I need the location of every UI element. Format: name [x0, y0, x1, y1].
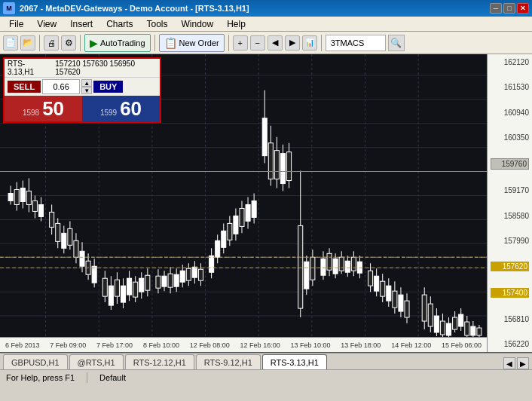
- svg-rect-124: [351, 257, 356, 271]
- svg-rect-160: [477, 328, 482, 335]
- svg-rect-100: [268, 143, 273, 179]
- close-button[interactable]: ✕: [517, 3, 529, 14]
- new-order-button[interactable]: 📋 New Order: [159, 34, 225, 52]
- chart-type-button[interactable]: 📊: [302, 35, 317, 51]
- toolbar-separator-1: [39, 35, 40, 51]
- menu-insert[interactable]: Insert: [64, 17, 99, 31]
- time-label-7: 13 Feb 18:00: [341, 341, 381, 349]
- svg-rect-38: [62, 233, 66, 248]
- time-label-9: 15 Feb 06:00: [442, 341, 482, 349]
- print-button[interactable]: 🖨: [44, 35, 59, 51]
- title-text: 2067 - MetaDEV-Gateways - Demo Account -…: [20, 4, 249, 13]
- axis-label-10: 156810: [491, 315, 529, 323]
- zoom-out-button[interactable]: −: [250, 35, 265, 51]
- svg-rect-44: [80, 251, 84, 266]
- svg-rect-118: [333, 259, 338, 274]
- axis-label-9: 157400: [491, 288, 529, 298]
- autotrading-button[interactable]: ▶ AutoTrading: [84, 34, 151, 52]
- svg-rect-136: [393, 291, 397, 308]
- tab-rts-h1[interactable]: @RTS,H1: [69, 354, 124, 369]
- tab-scroll-left-button[interactable]: ◀: [503, 357, 515, 369]
- time-label-6: 13 Feb 10:00: [290, 341, 330, 349]
- profile-text: Default: [99, 373, 126, 382]
- svg-rect-30: [32, 200, 37, 211]
- lot-up-button[interactable]: ▲: [81, 79, 92, 87]
- svg-rect-78: [192, 267, 197, 277]
- svg-rect-144: [428, 304, 433, 326]
- scroll-left-button[interactable]: ◀: [268, 35, 283, 51]
- properties-button[interactable]: ⚙: [61, 35, 76, 51]
- status-bar: For Help, press F1 Default: [0, 369, 532, 384]
- svg-rect-152: [453, 317, 457, 329]
- svg-rect-70: [168, 274, 173, 287]
- svg-rect-56: [121, 286, 125, 302]
- widget-header: RTS-3.13,H1 157210 157630 156950 157620: [5, 59, 160, 78]
- toolbar-separator-2: [80, 35, 81, 51]
- svg-rect-96: [252, 200, 256, 217]
- svg-rect-86: [222, 231, 226, 247]
- expert-name-value: 3TMACS: [331, 38, 365, 47]
- svg-rect-148: [440, 321, 445, 335]
- tab-rts-9-12-h1[interactable]: RTS-9.12,H1: [196, 354, 261, 369]
- sell-price-label: 1598: [23, 109, 39, 117]
- svg-rect-104: [280, 154, 285, 184]
- tab-scroll-right-button[interactable]: ▶: [517, 357, 529, 369]
- axis-label-2: 160940: [491, 109, 529, 117]
- buy-price-display[interactable]: 1599 60: [82, 96, 160, 121]
- svg-rect-150: [447, 323, 451, 335]
- svg-rect-110: [304, 262, 309, 289]
- axis-label-11: 156220: [491, 340, 529, 348]
- maximize-button[interactable]: □: [503, 3, 515, 14]
- svg-rect-76: [186, 268, 191, 280]
- svg-rect-98: [262, 118, 267, 156]
- svg-rect-58: [127, 278, 132, 295]
- svg-rect-142: [422, 295, 427, 321]
- time-label-3: 8 Feb 10:00: [143, 341, 179, 349]
- tab-gbpusd-h1[interactable]: GBPUSD,H1: [3, 354, 68, 369]
- price-display: 1598 50 1599 60: [5, 96, 160, 121]
- lot-stepper: ▲ ▼: [81, 79, 92, 94]
- new-order-icon: 📋: [164, 37, 177, 49]
- svg-rect-62: [139, 278, 144, 292]
- svg-rect-40: [68, 228, 72, 245]
- title-bar: M 2067 - MetaDEV-Gateways - Demo Account…: [0, 0, 532, 17]
- tab-navigation: ◀ ▶: [503, 357, 529, 369]
- zoom-in-button[interactable]: +: [233, 35, 248, 51]
- menu-tools[interactable]: Tools: [141, 17, 174, 31]
- menu-view[interactable]: View: [31, 17, 63, 31]
- svg-rect-90: [234, 216, 238, 234]
- menu-window[interactable]: Window: [176, 17, 220, 31]
- svg-rect-72: [174, 274, 179, 286]
- menu-charts[interactable]: Charts: [100, 17, 139, 31]
- svg-rect-74: [180, 271, 185, 282]
- svg-rect-88: [228, 223, 232, 240]
- lot-input[interactable]: [42, 79, 80, 94]
- open-button[interactable]: 📂: [20, 35, 35, 51]
- buy-button[interactable]: BUY: [93, 81, 123, 93]
- svg-rect-50: [102, 278, 107, 296]
- help-text: For Help, press F1: [6, 373, 75, 382]
- svg-rect-32: [38, 204, 43, 216]
- tab-rts-3-13-h1[interactable]: RTS-3.13,H1: [262, 354, 327, 369]
- sell-button[interactable]: SELL: [8, 81, 41, 93]
- toolbar-separator-4: [228, 35, 229, 51]
- svg-rect-122: [345, 261, 350, 272]
- menu-file[interactable]: File: [3, 17, 29, 31]
- svg-rect-34: [50, 212, 54, 227]
- svg-rect-134: [387, 286, 391, 301]
- sell-price-display[interactable]: 1598 50: [5, 96, 82, 121]
- new-chart-button[interactable]: 📄: [3, 35, 18, 51]
- svg-rect-106: [287, 152, 292, 181]
- minimize-button[interactable]: ─: [490, 3, 502, 14]
- sell-price-main: 50: [42, 99, 64, 118]
- tab-rts-12-12-h1[interactable]: RTS-12.12,H1: [125, 354, 194, 369]
- scroll-right-button[interactable]: ▶: [285, 35, 300, 51]
- search-button[interactable]: 🔍: [388, 35, 405, 51]
- menu-help[interactable]: Help: [221, 17, 252, 31]
- svg-rect-130: [375, 276, 379, 291]
- svg-rect-66: [156, 276, 161, 288]
- svg-rect-22: [8, 194, 13, 201]
- svg-rect-84: [216, 240, 220, 257]
- status-separator: [87, 372, 87, 383]
- lot-down-button[interactable]: ▼: [81, 87, 92, 94]
